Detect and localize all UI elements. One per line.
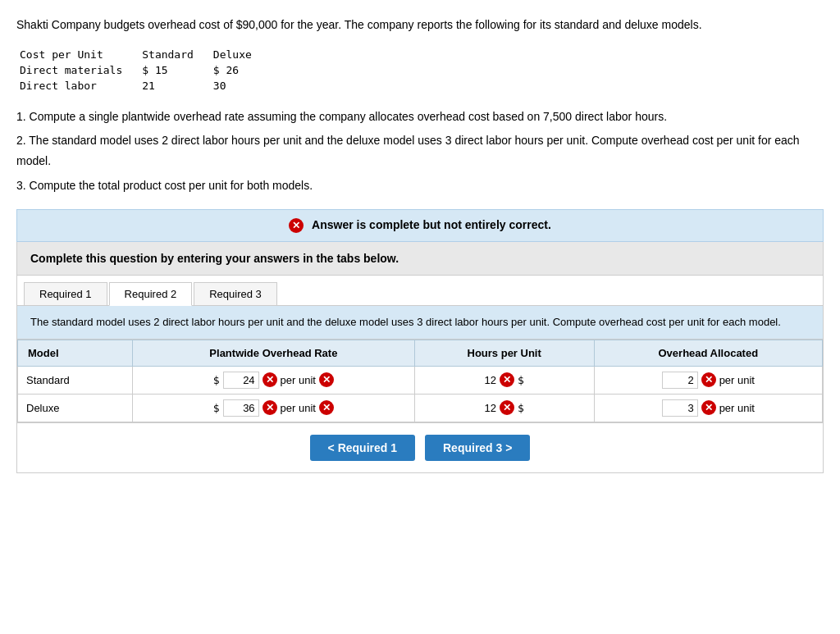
table-row-standard: Standard $ ✕ per unit ✕ 12 ✕ $ [18, 366, 823, 394]
dollar2-deluxe: $ [518, 402, 524, 414]
overhead-unit-deluxe: per unit [719, 402, 755, 414]
error-icon-overhead-standard: ✕ [701, 372, 716, 387]
hours-value-deluxe: 12 [485, 402, 496, 414]
th-overhead: Overhead Allocated [594, 340, 822, 366]
error-icon-hours-standard: ✕ [500, 372, 514, 387]
rate-input-standard[interactable] [223, 372, 259, 389]
prev-button[interactable]: < Required 1 [310, 435, 415, 461]
hours-cell-standard: 12 ✕ $ [414, 366, 594, 394]
error-icon: ✕ [289, 218, 304, 233]
complete-banner-text: Complete this question by entering your … [30, 252, 399, 265]
cost-row2-deluxe: 30 [210, 78, 268, 94]
answer-banner: ✕ Answer is complete but not entirely co… [16, 209, 824, 242]
rate-input-deluxe[interactable] [223, 399, 259, 417]
error-icon-rate-standard: ✕ [262, 372, 277, 387]
tab-content: The standard model uses 2 direct labor h… [17, 306, 823, 339]
question-1: 1. Compute a single plantwide overhead r… [16, 107, 824, 127]
table-row-deluxe: Deluxe $ ✕ per unit ✕ 12 ✕ $ [18, 394, 823, 422]
tab-required2[interactable]: Required 2 [109, 282, 193, 306]
data-table-wrapper: Model Plantwide Overhead Rate Hours per … [16, 340, 824, 423]
dollar2-standard: $ [518, 374, 524, 386]
error-icon-rate2-standard: ✕ [319, 372, 334, 387]
th-hours: Hours per Unit [414, 340, 594, 366]
error-icon-hours-deluxe: ✕ [500, 400, 514, 415]
rate-unit-deluxe: per unit [281, 402, 316, 414]
dollar-deluxe: $ [213, 402, 220, 414]
th-rate: Plantwide Overhead Rate [133, 340, 415, 366]
model-standard: Standard [18, 366, 133, 394]
dollar-standard: $ [213, 374, 220, 386]
questions-section: 1. Compute a single plantwide overhead r… [16, 107, 824, 196]
cost-header-standard: Standard [139, 47, 210, 62]
cost-row1-standard: $ 15 [139, 62, 210, 78]
complete-banner: Complete this question by entering your … [16, 242, 824, 276]
tabs-container: Required 1 Required 2 Required 3 The sta… [16, 276, 824, 340]
tab-required1[interactable]: Required 1 [24, 282, 107, 305]
question-2: 2. The standard model uses 2 direct labo… [16, 130, 824, 171]
hours-cell-deluxe: 12 ✕ $ [414, 394, 594, 422]
overhead-unit-standard: per unit [719, 374, 755, 386]
cost-header-label: Cost per Unit [16, 47, 139, 62]
question-3: 3. Compute the total product cost per un… [16, 176, 824, 196]
overhead-cell-standard: ✕ per unit [594, 366, 822, 394]
hours-value-standard: 12 [485, 374, 496, 386]
cost-row1-deluxe: $ 26 [210, 62, 268, 78]
cost-table: Cost per Unit Standard Deluxe Direct mat… [16, 47, 268, 94]
tab-required3[interactable]: Required 3 [194, 282, 277, 305]
cost-row1-label: Direct materials [16, 62, 139, 78]
rate-unit-standard: per unit [281, 374, 316, 386]
overhead-table: Model Plantwide Overhead Rate Hours per … [17, 340, 823, 422]
overhead-cell-deluxe: ✕ per unit [594, 394, 822, 422]
nav-buttons-row: < Required 1 Required 3 > [16, 423, 824, 473]
overhead-input-deluxe[interactable] [662, 399, 698, 417]
next-button[interactable]: Required 3 > [425, 435, 530, 461]
cost-header-deluxe: Deluxe [210, 47, 268, 62]
overhead-input-standard[interactable] [662, 372, 698, 389]
th-model: Model [18, 340, 133, 366]
error-icon-rate-deluxe: ✕ [262, 400, 277, 415]
cost-row2-label: Direct labor [16, 78, 139, 94]
error-icon-overhead-deluxe: ✕ [701, 400, 716, 415]
cost-row2-standard: 21 [139, 78, 210, 94]
intro-text: Shakti Company budgets overhead cost of … [16, 16, 824, 34]
rate-cell-deluxe: $ ✕ per unit ✕ [133, 394, 415, 422]
tabs-row: Required 1 Required 2 Required 3 [17, 276, 823, 306]
model-deluxe: Deluxe [18, 394, 133, 422]
error-icon-rate2-deluxe: ✕ [319, 400, 334, 415]
answer-banner-text: Answer is complete but not entirely corr… [312, 218, 551, 231]
rate-cell-standard: $ ✕ per unit ✕ [133, 366, 415, 394]
